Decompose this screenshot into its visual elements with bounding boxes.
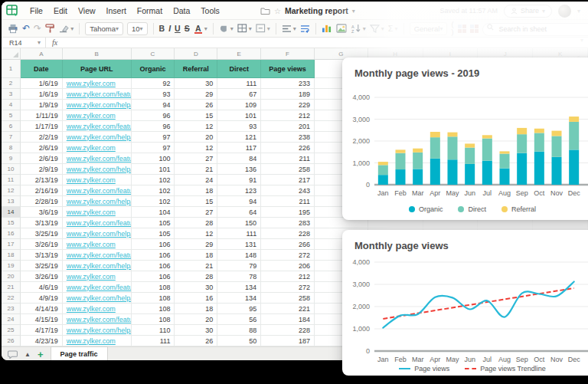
- column-header-E[interactable]: E: [217, 48, 261, 59]
- cell-F22[interactable]: 258: [261, 293, 315, 304]
- cell-D11[interactable]: 24: [175, 175, 217, 185]
- cell-A15[interactable]: 3/13/19: [21, 218, 63, 228]
- cell-C3[interactable]: 93: [132, 89, 175, 100]
- cell-C22[interactable]: 108: [132, 293, 175, 304]
- cell-E11[interactable]: 91: [217, 175, 261, 185]
- row-header-24[interactable]: 24: [2, 314, 21, 325]
- row-header-5[interactable]: 5: [2, 110, 21, 121]
- cell-F20[interactable]: 212: [261, 271, 315, 282]
- cell-C24[interactable]: 108: [132, 314, 175, 325]
- menu-tools[interactable]: Tools: [195, 6, 225, 15]
- cell-C13[interactable]: 102: [132, 196, 175, 207]
- cell-F7[interactable]: 238: [261, 132, 315, 143]
- row-header-12[interactable]: 12: [2, 185, 21, 196]
- cell-A19[interactable]: 3/25/19: [21, 261, 63, 271]
- cell-E22[interactable]: 134: [217, 293, 261, 304]
- cell-C23[interactable]: 108: [132, 304, 175, 314]
- cell-B4[interactable]: www.zylker.com/help/: [63, 100, 132, 110]
- cell-E18[interactable]: 148: [217, 250, 261, 261]
- menu-insert[interactable]: Insert: [101, 6, 132, 15]
- cell-E26[interactable]: 50: [217, 336, 261, 346]
- column-header-D[interactable]: D: [175, 48, 217, 59]
- row-header-15[interactable]: 15: [2, 218, 21, 228]
- row-header-13[interactable]: 13: [2, 196, 21, 207]
- italic-button[interactable]: I: [168, 24, 171, 33]
- cell-E4[interactable]: 109: [217, 100, 261, 110]
- cell-E17[interactable]: 131: [217, 239, 261, 250]
- cell-F23[interactable]: 221: [261, 304, 315, 314]
- cell-C7[interactable]: 97: [132, 132, 175, 143]
- column-header-F[interactable]: F: [261, 48, 315, 59]
- cell-E19[interactable]: 79: [217, 261, 261, 271]
- row-header-23[interactable]: 23: [2, 304, 21, 314]
- cell-C4[interactable]: 94: [132, 100, 175, 110]
- cell-F26[interactable]: 187: [261, 336, 315, 346]
- font-size-select[interactable]: 10▾: [127, 22, 148, 35]
- cell-E25[interactable]: 88: [217, 325, 261, 336]
- cell-A20[interactable]: 3/26/19: [21, 271, 63, 282]
- cell-A7[interactable]: 2/2/19: [21, 132, 63, 143]
- add-sheet-button[interactable]: +: [38, 350, 44, 359]
- cell-C6[interactable]: 96: [132, 121, 175, 132]
- cell-C20[interactable]: 106: [132, 271, 175, 282]
- cell-E23[interactable]: 95: [217, 304, 261, 314]
- wrap-text-button[interactable]: [300, 25, 310, 33]
- column-header-C[interactable]: C: [132, 48, 175, 59]
- cell-A5[interactable]: 1/11/19: [21, 110, 63, 121]
- column-header-A[interactable]: A: [21, 48, 63, 59]
- cell-C14[interactable]: 104: [132, 207, 175, 218]
- cell-B14[interactable]: www.zylker.com: [63, 207, 132, 218]
- cell-B2[interactable]: www.zylker.com: [63, 78, 132, 89]
- cell-B11[interactable]: www.zylker.com: [63, 175, 132, 185]
- cell-A3[interactable]: 1/6/19: [21, 89, 63, 100]
- cell-D23[interactable]: 18: [175, 304, 217, 314]
- cell-A26[interactable]: 4/23/19: [21, 336, 63, 346]
- redo-button[interactable]: ↷: [34, 23, 41, 34]
- format-painter-button[interactable]: [45, 24, 55, 33]
- bold-button[interactable]: B: [159, 24, 165, 33]
- cell-C9[interactable]: 100: [132, 153, 175, 164]
- cell-F12[interactable]: 243: [261, 185, 315, 196]
- cell-A1[interactable]: Date: [21, 60, 63, 78]
- cell-E2[interactable]: 111: [217, 78, 261, 89]
- cell-F18[interactable]: 272: [261, 250, 315, 261]
- cell-B17[interactable]: www.zylker.com: [63, 239, 132, 250]
- cell-C10[interactable]: 101: [132, 164, 175, 175]
- cell-F9[interactable]: 211: [261, 153, 315, 164]
- cell-A4[interactable]: 1/9/19: [21, 100, 63, 110]
- cell-A6[interactable]: 1/17/19: [21, 121, 63, 132]
- row-header-9[interactable]: 9: [2, 153, 21, 164]
- cell-B5[interactable]: www.zylker.com: [63, 110, 132, 121]
- cell-D19[interactable]: 21: [175, 261, 217, 271]
- cell-B1[interactable]: Page URL: [63, 60, 132, 78]
- strikethrough-button[interactable]: S: [185, 24, 190, 33]
- sheet-list-icon[interactable]: ▲: [24, 351, 31, 358]
- row-header-3[interactable]: 3: [2, 89, 21, 100]
- cell-F8[interactable]: 226: [261, 143, 315, 153]
- borders-button[interactable]: ▾: [237, 24, 252, 33]
- row-header-17[interactable]: 17: [2, 239, 21, 250]
- cell-E20[interactable]: 78: [217, 271, 261, 282]
- font-name-select[interactable]: Tahoma▾: [85, 22, 123, 35]
- cell-F5[interactable]: 212: [261, 110, 315, 121]
- row-header-26[interactable]: 26: [2, 336, 21, 346]
- cell-F16[interactable]: 228: [261, 228, 315, 239]
- cell-E1[interactable]: Direct: [217, 60, 261, 78]
- cell-A25[interactable]: 4/17/19: [21, 325, 63, 336]
- cell-D15[interactable]: 28: [175, 218, 217, 228]
- cell-D5[interactable]: 15: [175, 110, 217, 121]
- column-header-B[interactable]: B: [63, 48, 132, 59]
- cell-A9[interactable]: 2/6/19: [21, 153, 63, 164]
- cell-C25[interactable]: 110: [132, 325, 175, 336]
- cell-C15[interactable]: 105: [132, 218, 175, 228]
- row-header-1[interactable]: 1: [2, 60, 21, 78]
- cell-F19[interactable]: 206: [261, 261, 315, 271]
- menu-file[interactable]: File: [24, 6, 48, 15]
- cell-F25[interactable]: 228: [261, 325, 315, 336]
- cell-A11[interactable]: 2/13/19: [21, 175, 63, 185]
- cell-D25[interactable]: 30: [175, 325, 217, 336]
- cell-D1[interactable]: Referral: [175, 60, 217, 78]
- menu-format[interactable]: Format: [132, 6, 168, 15]
- cell-D6[interactable]: 12: [175, 121, 217, 132]
- cell-D8[interactable]: 12: [175, 143, 217, 153]
